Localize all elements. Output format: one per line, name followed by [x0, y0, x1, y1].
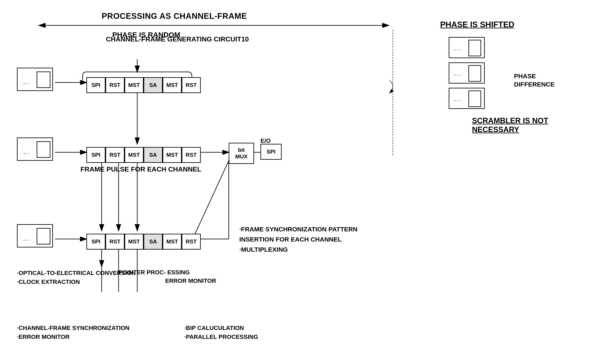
label-error-monitor-mid: ERROR MONITOR: [165, 277, 216, 285]
cell-rst-1b: RST: [182, 77, 201, 93]
label-processing-as-channel-frame: PROCESSING AS CHANNEL-FRAME: [102, 12, 247, 21]
label-frame-pulse: FRAME PULSE FOR EACH CHANNEL: [81, 165, 201, 174]
cell-rst-2b: RST: [182, 147, 201, 163]
diagram-container: PROCESSING AS CHANNEL-FRAME PHASE IS RAN…: [0, 0, 616, 364]
cell-mst-1a: MST: [124, 77, 144, 93]
phase-diagram-2: ←···: [449, 62, 485, 84]
label-phase-difference: PHASEDIFFERENCE: [514, 72, 555, 88]
cell-spi-1: SPI: [86, 77, 106, 93]
cell-rst-3b: RST: [182, 234, 201, 250]
label-pointer-processing: POINTER PROC- ESSING: [119, 269, 190, 276]
cell-rst-3a: RST: [106, 234, 124, 250]
cell-mst-3b: MST: [163, 234, 182, 250]
label-eo: E/O: [260, 137, 271, 144]
label-scrambler-is-not: SCRAMBLER IS NOT NECESSARY: [472, 116, 548, 134]
cell-mst-1b: MST: [163, 77, 182, 93]
cell-sa-1: SA: [144, 77, 163, 93]
cell-spi-eo: SPI: [260, 144, 282, 160]
channel-diagram-3: →···: [17, 224, 53, 247]
cell-sa-2: SA: [144, 147, 163, 163]
cell-sa-3: SA: [144, 234, 163, 250]
cell-spi-3: SPI: [86, 234, 106, 250]
cell-rst-2a: RST: [106, 147, 124, 163]
label-phase-is-shifted: PHASE IS SHIFTED: [440, 20, 515, 29]
phase-diagram-3: ←···: [449, 88, 485, 109]
label-channel-frame-generating: CHANNEL-FRAME GENERATING CIRCUIT10: [106, 35, 249, 44]
frame-row-1: SPI RST MST SA MST RST: [86, 77, 201, 93]
frame-row-3: SPI RST MST SA MST RST: [86, 234, 201, 250]
bit-mux-box: bit MUX: [229, 143, 254, 164]
phase-diagram-1: ←···: [449, 37, 485, 58]
cell-mst-2a: MST: [124, 147, 144, 163]
cell-mst-2b: MST: [163, 147, 182, 163]
label-optical-electrical: ·OPTICAL-TO-ELECTRICAL CONVERSION ·CLOCK…: [17, 269, 136, 286]
cell-mst-3a: MST: [124, 234, 144, 250]
label-bip-calculation: ·BIP CALUCULATION ·PARALLEL PROCESSING: [184, 324, 258, 341]
label-channel-frame-sync: ·CHANNEL-FRAME SYNCHRONIZATION ·ERROR MO…: [17, 324, 129, 341]
channel-diagram-2: →···: [17, 137, 53, 161]
frame-row-2: SPI RST MST SA MST RST: [86, 147, 201, 163]
cell-rst-1a: RST: [106, 77, 124, 93]
label-frame-sync-pattern: ·FRAME SYNCHRONIZATION PATTERN INSERTION…: [239, 224, 357, 255]
cell-spi-2: SPI: [86, 147, 106, 163]
channel-diagram-1: →···: [17, 68, 53, 91]
diagram-svg: [0, 0, 616, 364]
